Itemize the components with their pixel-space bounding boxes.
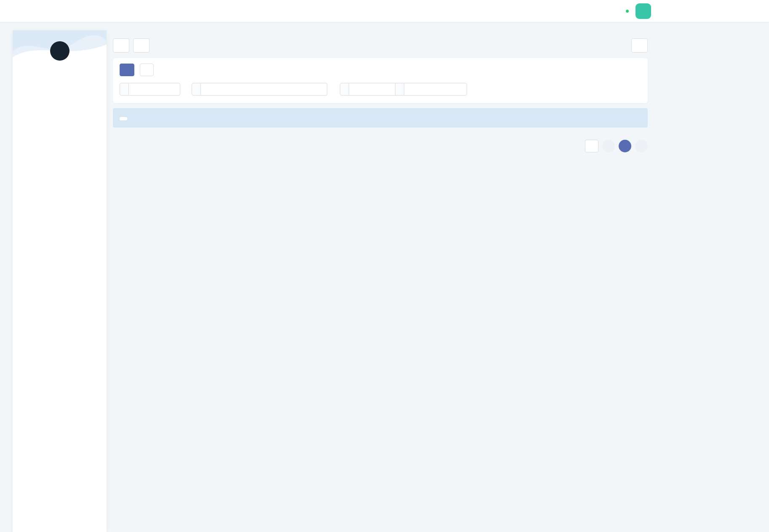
time-to-input[interactable] xyxy=(404,83,467,96)
search-actions xyxy=(120,64,641,76)
next-page-button[interactable] xyxy=(635,140,648,152)
time-range-field-group xyxy=(340,83,467,96)
orders-table xyxy=(113,129,648,136)
stats-panel xyxy=(113,108,648,128)
page-1-button[interactable] xyxy=(619,140,631,152)
time-from-label xyxy=(340,83,349,96)
user-id-input[interactable] xyxy=(129,83,180,96)
search-panel xyxy=(113,58,648,103)
main-content xyxy=(113,28,648,152)
refresh-button[interactable] xyxy=(113,38,129,53)
reset-button[interactable] xyxy=(140,64,154,76)
user-id-label xyxy=(120,83,129,96)
time-to-label xyxy=(395,83,404,96)
user-name-label xyxy=(192,83,201,96)
toolbar xyxy=(113,38,648,53)
online-status xyxy=(626,10,630,13)
user-name-input[interactable] xyxy=(201,83,327,96)
logo xyxy=(50,41,69,61)
sidebar xyxy=(13,30,107,532)
prev-page-button[interactable] xyxy=(602,140,615,152)
user-id-field-group xyxy=(120,83,180,96)
filter-fields xyxy=(120,83,641,96)
dark-mode-button[interactable] xyxy=(616,8,621,13)
time-from-input[interactable] xyxy=(349,83,395,96)
new-button[interactable] xyxy=(631,38,648,53)
sidebar-menu xyxy=(13,68,107,78)
total-pnl-badge xyxy=(120,117,127,120)
user-meta xyxy=(626,10,630,13)
per-page-select[interactable] xyxy=(585,140,598,152)
search-button[interactable] xyxy=(120,64,134,76)
menu-toggle-button[interactable] xyxy=(4,8,9,13)
online-dot-icon xyxy=(626,10,629,13)
user-name-field-group xyxy=(192,83,327,96)
sidebar-header xyxy=(13,30,107,68)
table-footer xyxy=(113,140,648,152)
top-navbar xyxy=(0,0,769,22)
filter-button[interactable] xyxy=(133,38,150,53)
page-header xyxy=(113,28,648,32)
pagination xyxy=(585,140,648,152)
avatar[interactable] xyxy=(635,3,651,19)
